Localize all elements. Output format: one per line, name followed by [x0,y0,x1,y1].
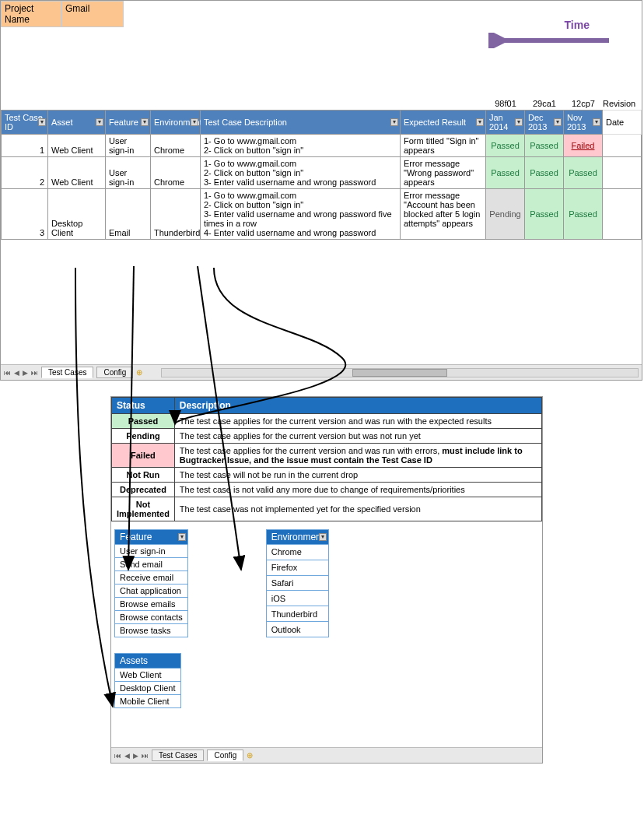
col-status-desc: Description [174,398,541,414]
feature-item[interactable]: User sign-in [115,545,188,558]
nav-last[interactable]: ⏭ [142,752,149,760]
tab-test-cases[interactable]: Test Cases [41,367,93,378]
cell-status[interactable]: Passed [486,157,525,189]
nav-prev[interactable]: ◀ [14,369,19,377]
test-cases-window: Project Name Gmail Time 98f01 29ca1 12cp… [0,0,642,381]
col-date: Date [603,111,642,135]
cell-status[interactable]: Passed [564,157,603,189]
cell-env[interactable]: Thunderbird [151,189,201,240]
nav-last[interactable]: ⏭ [31,369,38,377]
env-item[interactable]: Firefox [266,560,328,575]
filter-icon[interactable]: ▾ [319,533,327,541]
col-feature[interactable]: Feature▾ [106,111,151,135]
col-status: Status [112,398,175,414]
cell-status[interactable]: Passed [486,135,525,157]
cell-id[interactable]: 1 [2,135,48,157]
cell-status[interactable]: Pending [486,189,525,240]
col-m3[interactable]: Nov 2013▾ [564,111,603,135]
feature-item[interactable]: Browse tasks [115,624,188,637]
filter-icon[interactable]: ▾ [554,118,562,126]
cell-expected[interactable]: Error message "Account has been blocked … [401,189,486,240]
asset-item[interactable]: Web Client [115,669,181,682]
status-name: Not Implemented [112,497,175,521]
sheet-tabs-top: ⏮ ◀ ▶ ⏭ Test Cases Config ⊕ [1,364,642,380]
revision-1: 98f01 [486,97,525,110]
cell-date[interactable] [603,135,642,157]
cell-status[interactable]: Passed [525,157,564,189]
cell-feature[interactable]: User sign-in [106,135,151,157]
filter-icon[interactable]: ▾ [178,533,186,541]
feature-item[interactable]: Receive email [115,571,188,585]
col-m2[interactable]: Dec 2013▾ [525,111,564,135]
env-item[interactable]: Chrome [266,545,328,560]
nav-next[interactable]: ▶ [23,369,28,377]
cell-status[interactable]: Passed [525,135,564,157]
tab-config[interactable]: Config [207,750,243,761]
env-header[interactable]: Environment▾ [266,530,328,545]
col-tcid[interactable]: Test Case ID▾ [2,111,48,135]
feature-header[interactable]: Feature▾ [115,530,188,545]
cell-asset[interactable]: Web Client [48,157,106,189]
status-desc: The test case was not implemented yet fo… [174,497,541,521]
tab-new-icon[interactable]: ⊕ [247,751,253,760]
revision-2: 29ca1 [525,97,564,110]
cell-status[interactable]: Passed [564,189,603,240]
cell-expected[interactable]: Form titled "Sign in" appears [401,135,486,157]
filter-icon[interactable]: ▾ [96,118,103,126]
cell-date[interactable] [603,189,642,240]
cell-desc[interactable]: 1- Go to www.gmail.com 2- Click on butto… [201,189,401,240]
sheet-tabs-bottom: ⏮ ◀ ▶ ⏭ Test Cases Config ⊕ [111,747,542,763]
cell-id[interactable]: 3 [2,189,48,240]
filter-icon[interactable]: ▾ [476,118,484,126]
col-desc[interactable]: Test Case Description▾ [201,111,401,135]
cell-id[interactable]: 2 [2,157,48,189]
cell-feature[interactable]: Email [106,189,151,240]
nav-next[interactable]: ▶ [133,752,138,760]
cell-env[interactable]: Chrome [151,157,201,189]
filter-icon[interactable]: ▾ [191,118,198,126]
asset-item[interactable]: Desktop Client [115,682,181,695]
feature-item[interactable]: Chat application [115,585,188,598]
col-asset[interactable]: Asset▾ [48,111,106,135]
env-item[interactable]: Outlook [266,622,328,637]
cell-asset[interactable]: Web Client [48,135,106,157]
env-item[interactable]: Safari [266,575,328,591]
filter-icon[interactable]: ▾ [390,118,398,126]
status-name: Pending [112,429,175,444]
h-scrollbar[interactable] [161,368,639,377]
cell-status[interactable]: Passed [525,189,564,240]
cell-desc[interactable]: 1- Go to www.gmail.com 2- Click on butto… [201,157,401,189]
cell-date[interactable] [603,157,642,189]
config-window: Status Description PassedThe test case a… [110,396,543,764]
status-name: Failed [112,444,175,468]
col-env[interactable]: Environment▾ [151,111,201,135]
feature-item[interactable]: Send email [115,558,188,571]
feature-item[interactable]: Browse emails [115,598,188,611]
tab-config[interactable]: Config [96,367,133,378]
cell-env[interactable]: Chrome [151,135,201,157]
time-arrow-icon [488,33,613,48]
project-name-label: Project Name [1,1,61,27]
time-label: Time [565,19,590,31]
filter-icon[interactable]: ▾ [38,118,46,126]
cell-status[interactable]: Failed [564,135,603,157]
filter-icon[interactable]: ▾ [593,118,600,126]
nav-first[interactable]: ⏮ [114,752,121,760]
assets-list: Assets Web ClientDesktop ClientMobile Cl… [114,653,181,708]
nav-first[interactable]: ⏮ [4,369,11,377]
filter-icon[interactable]: ▾ [141,118,149,126]
cell-asset[interactable]: Desktop Client [48,189,106,240]
cell-desc[interactable]: 1- Go to www.gmail.com 2- Click on butto… [201,135,401,157]
feature-item[interactable]: Browse contacts [115,611,188,624]
col-m1[interactable]: Jan 2014▾ [486,111,525,135]
nav-prev[interactable]: ◀ [124,752,130,760]
env-item[interactable]: iOS [266,591,328,606]
asset-item[interactable]: Mobile Client [115,695,181,708]
env-item[interactable]: Thunderbird [266,606,328,622]
tab-new-icon[interactable]: ⊕ [136,368,142,377]
cell-expected[interactable]: Error message "Wrong password" appears [401,157,486,189]
cell-feature[interactable]: User sign-in [106,157,151,189]
col-expected[interactable]: Expected Result▾ [401,111,486,135]
filter-icon[interactable]: ▾ [515,118,523,126]
tab-test-cases[interactable]: Test Cases [152,750,204,761]
